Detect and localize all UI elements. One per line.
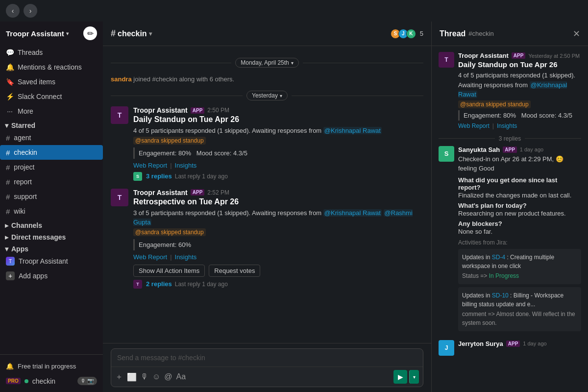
thread-header: Thread #checkin ✕	[432, 22, 588, 46]
sidebar-channel-support[interactable]: # support	[0, 189, 103, 204]
sidebar-channel-checkin[interactable]: # checkin	[0, 145, 103, 160]
compose-button[interactable]: ✏	[83, 26, 97, 40]
sidebar-item-slack-connect[interactable]: ⚡ Slack Connect	[0, 89, 103, 104]
msg2-links: Web Report | Insights	[133, 253, 423, 261]
show-all-action-items-button[interactable]: Show All Action Items	[133, 265, 205, 277]
jira1-link[interactable]: SD-4	[492, 254, 505, 261]
sidebar-channel-report[interactable]: # report	[0, 174, 103, 189]
date-divider-yesterday: Yesterday ▾	[111, 91, 423, 100]
qa-a3: None so far.	[458, 228, 581, 235]
sidebar-channel-project[interactable]: # project	[0, 160, 103, 174]
msg1-replies: S 3 replies Last reply 1 day ago	[133, 172, 423, 181]
jira-card-2: Updates in SD-10 : Billing - Workspace b…	[458, 287, 581, 331]
message-input-area: Send a message to #checkin ＋ ⬜ 🎙 ☺ @ Aa …	[103, 343, 431, 392]
msg1-text: 4 of 5 participants responded (1 skipped…	[133, 126, 423, 136]
thread-original-body: Troopr Assistant APP Yesterday at 2:50 P…	[458, 52, 581, 129]
date-pill-yesterday[interactable]: Yesterday ▾	[246, 91, 288, 100]
send-button[interactable]: ▶	[393, 370, 407, 384]
pro-badge: PRO	[6, 378, 21, 384]
send-dropdown[interactable]: ▾	[409, 370, 419, 384]
msg2-replies-time: Last reply 1 day ago	[175, 281, 228, 288]
msg2-web-report-link[interactable]: Web Report	[133, 253, 167, 261]
sidebar-add-apps[interactable]: + Add apps	[0, 269, 103, 283]
thread-original-message: T Troopr Assistant APP Yesterday at 2:50…	[439, 52, 581, 129]
thread-web-report-link[interactable]: Web Report	[458, 122, 490, 129]
activity-title: Activities from Jira:	[458, 239, 581, 246]
sanyukta-reply-header: Sanyukta Sah APP 1 day ago	[458, 146, 581, 153]
msg2-insights-link[interactable]: Insights	[175, 253, 197, 261]
apps-section-header[interactable]: ▾ Apps	[0, 242, 103, 254]
thread-close-button[interactable]: ✕	[573, 28, 580, 39]
member-avatars: S J K	[391, 29, 416, 39]
jerryton-reply-header: Jerryton Surya APP 1 day ago	[458, 340, 581, 347]
msg1-replies-link[interactable]: 3 replies	[146, 172, 172, 180]
message-standup: T Troopr Assistant APP 2:50 PM Daily Sta…	[111, 106, 423, 181]
sidebar-channel-wiki[interactable]: # wiki	[0, 204, 103, 219]
msg1-mention[interactable]: @Krishnapal Rawat	[323, 127, 382, 134]
msg1-web-report-link[interactable]: Web Report	[133, 162, 167, 169]
threads-icon: 💬	[6, 49, 14, 56]
request-votes-button[interactable]: Request votes	[209, 265, 260, 277]
thread-channel-name: #checkin	[468, 30, 493, 37]
message-list: Monday, April 25th ▾ sandra joined #chec…	[103, 46, 431, 343]
jira1-status-value: In Progress	[489, 272, 519, 279]
msg1-insights-link[interactable]: Insights	[175, 162, 197, 169]
emoji-icon[interactable]: ☺	[152, 372, 160, 381]
thread-panel: Thread #checkin ✕ T Troopr Assistant APP…	[431, 22, 588, 392]
member-count[interactable]: 5	[420, 30, 423, 37]
starred-section-header[interactable]: ▾ Starred	[0, 119, 103, 130]
sidebar-item-mentions[interactable]: 🔔 Mentions & reactions	[0, 60, 103, 74]
channels-section-header[interactable]: ▸ Channels	[0, 219, 103, 230]
system-message-sandra: sandra joined #checkin along with 6 othe…	[111, 74, 423, 85]
avatar-3: K	[406, 29, 416, 39]
msg2-mention1[interactable]: @Krishnapal Rawat	[323, 209, 382, 217]
saved-icon: 🔖	[6, 78, 14, 86]
sidebar-item-more[interactable]: ··· More	[0, 104, 103, 119]
microphone-icon[interactable]: 🎙	[141, 372, 148, 381]
date-divider-monday: Monday, April 25th ▾	[111, 58, 423, 68]
free-trial-item[interactable]: 🔔 Free trial in progress	[0, 359, 103, 374]
thread-skipped: @sandra skipped standup	[458, 100, 531, 108]
back-button[interactable]: ‹	[6, 4, 20, 18]
sidebar-item-saved[interactable]: 🔖 Saved items	[0, 74, 103, 89]
dm-section-header[interactable]: ▸ Direct messages	[0, 230, 103, 242]
sidebar-app-troopr[interactable]: T Troopr Assistant	[0, 254, 103, 269]
attachment-icon[interactable]: ⬜	[127, 372, 137, 382]
forward-button[interactable]: ›	[24, 4, 37, 18]
format-icon[interactable]: Aa	[176, 372, 186, 381]
date-chevron-icon: ▾	[291, 60, 294, 66]
thread-app-tag: APP	[512, 52, 526, 59]
starred-arrow-icon: ▾	[5, 122, 8, 129]
msg1-author: Troopr Assistant	[133, 106, 188, 114]
add-icon[interactable]: ＋	[115, 372, 123, 382]
sidebar-item-threads[interactable]: 💬 Threads	[0, 45, 103, 60]
toggle-icons[interactable]: 🎙 📷	[77, 377, 97, 385]
channel-area: # checkin ▾ S J K 5 Monday, April 25th ▾	[103, 22, 431, 392]
thread-insights-link[interactable]: Insights	[497, 122, 517, 129]
more-icon: ···	[6, 107, 14, 115]
msg2-engagement-bar: Engagement: 60%	[133, 239, 423, 250]
message-retro-header: Troopr Assistant APP 2:52 PM	[133, 189, 423, 196]
send-area: ▶ ▾	[393, 370, 419, 384]
slack-connect-icon: ⚡	[6, 93, 14, 100]
workspace-name[interactable]: Troopr Assistant ▾	[6, 29, 69, 38]
activity-section: Activities from Jira: Updates in SD-4 : …	[458, 239, 581, 331]
msg1-app-tag: APP	[191, 107, 205, 114]
troopr-app-icon: T	[6, 257, 15, 266]
sidebar-channel-agent[interactable]: # agent	[0, 130, 103, 145]
replies-divider: 3 replies	[439, 135, 581, 142]
replies-count-label: 3 replies	[499, 135, 521, 142]
jira2-link[interactable]: SD-10	[492, 292, 509, 299]
input-toolbar: ＋ ⬜ 🎙 ☺ @ Aa ▶ ▾	[111, 367, 423, 387]
message-input[interactable]: Send a message to #checkin	[111, 349, 423, 367]
yesterday-chevron-icon: ▾	[280, 93, 282, 98]
msg2-text: 3 of 5 participants responded (1 skipped…	[133, 208, 423, 227]
channel-title[interactable]: # checkin ▾	[111, 28, 152, 39]
date-pill-monday[interactable]: Monday, April 25th ▾	[235, 58, 299, 68]
msg2-replies-link[interactable]: 2 replies	[146, 280, 172, 288]
hash-icon: #	[6, 163, 10, 172]
top-bar: ‹ ›	[0, 0, 588, 22]
thread-title: Thread #checkin	[440, 29, 494, 38]
mention-icon[interactable]: @	[164, 372, 172, 381]
msg1-title: Daily Standup on Tue Apr 26	[133, 115, 423, 124]
